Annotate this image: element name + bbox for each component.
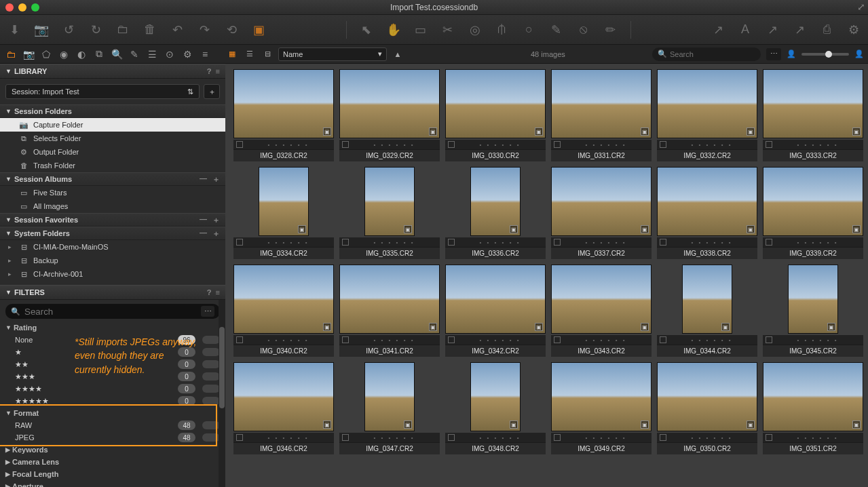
rating-3-row[interactable]: ★★★0 <box>5 370 220 383</box>
format-jpeg-row[interactable]: JPEG48 <box>5 431 220 444</box>
thumbnail-cell[interactable]: ▣• • • • • •IMG_0331.CR2 <box>551 69 652 161</box>
add-session-button[interactable]: ＋ <box>204 84 220 99</box>
thumbnail-image[interactable]: ▣ <box>763 69 863 138</box>
capture-tab-icon[interactable]: 📷 <box>22 47 35 61</box>
keywords-group[interactable]: ▶Keywords <box>5 444 220 456</box>
thumbnail-cell[interactable]: ▣• • • • • •IMG_0333.CR2 <box>763 69 863 161</box>
rating-dots[interactable]: • • • • • • <box>457 239 543 246</box>
thumbnail-checkbox[interactable] <box>448 434 455 441</box>
minus-icon[interactable]: — <box>200 229 207 239</box>
rating-dots[interactable]: • • • • • • <box>457 142 543 148</box>
filter-search[interactable]: 🔍 ⋯ <box>5 304 220 319</box>
loupe-tool-icon[interactable]: ▭ <box>413 22 428 37</box>
thumbnail-checkbox[interactable] <box>766 239 772 246</box>
thumbnail-checkbox[interactable] <box>448 239 455 246</box>
album-five-stars-row[interactable]: ▭Five Stars <box>0 186 225 199</box>
system-folder-row[interactable]: ▸⊟CI-Archive-001 <box>0 267 225 281</box>
thumbnail-cell[interactable]: ▣• • • • • •IMG_0343.CR2 <box>551 265 652 357</box>
plus-icon[interactable]: ＋ <box>212 229 220 239</box>
thumbnail-cell[interactable]: ▣• • • • • •IMG_0351.CR2 <box>763 362 863 454</box>
thumbnail-checkbox[interactable] <box>236 434 243 441</box>
thumbnail-image[interactable]: ▣ <box>233 69 334 138</box>
filmstrip-view-icon[interactable]: ⊟ <box>261 47 274 61</box>
thumbnail-image[interactable]: ▣ <box>551 69 652 138</box>
rating-5-row[interactable]: ★★★★★0 <box>5 395 220 407</box>
rating-dots[interactable]: • • • • • • <box>669 337 755 343</box>
thumbnail-checkbox[interactable] <box>660 239 666 246</box>
album-all-images-row[interactable]: ▭All Images <box>0 199 225 213</box>
thumbnail-cell[interactable]: ▣• • • • • •IMG_0341.CR2 <box>339 265 440 357</box>
thumbnail-cell[interactable]: ▣• • • • • •IMG_0337.CR2 <box>551 167 652 259</box>
rating-dots[interactable]: • • • • • • <box>669 142 755 148</box>
thumbnail-checkbox[interactable] <box>448 141 455 148</box>
exposure-tab-icon[interactable]: ◐ <box>75 47 88 61</box>
eraser-tool-icon[interactable]: ⦸ <box>576 22 591 37</box>
minus-icon[interactable]: — <box>200 174 207 184</box>
panel-menu-icon[interactable]: ≡ <box>216 288 220 296</box>
fullscreen-icon[interactable]: ⤢ <box>857 1 865 12</box>
batch-tab-icon[interactable]: ≡ <box>198 47 212 61</box>
browser-menu-icon[interactable]: ⋯ <box>766 48 781 60</box>
thumbnail-image[interactable]: ▣ <box>657 362 757 431</box>
rating-dots[interactable]: • • • • • • <box>563 239 649 246</box>
import-icon[interactable]: ⬇ <box>7 22 22 37</box>
adjust-tab-icon[interactable]: ✎ <box>128 47 141 61</box>
focal-length-group[interactable]: ▶Focal Length <box>5 468 220 480</box>
edit-with-icon[interactable]: ↗ <box>765 22 780 37</box>
plus-icon[interactable]: ＋ <box>212 215 220 225</box>
plus-icon[interactable]: ＋ <box>212 174 220 184</box>
rating-dots[interactable]: • • • • • • <box>352 239 437 246</box>
format-group[interactable]: ▼Format <box>5 407 220 419</box>
help-icon[interactable]: ? <box>207 288 212 296</box>
thumbnail-image[interactable]: ▣ <box>470 167 521 236</box>
gear-tab-icon[interactable]: ⚙ <box>181 47 194 61</box>
browser-search-input[interactable] <box>670 50 763 58</box>
rating-dots[interactable]: • • • • • • <box>775 337 861 343</box>
thumbnail-checkbox[interactable] <box>554 336 561 343</box>
rating-dots[interactable]: • • • • • • <box>246 337 331 343</box>
thumbnail-cell[interactable]: ▣• • • • • •IMG_0338.CR2 <box>657 167 757 259</box>
thumbnail-image[interactable]: ▣ <box>364 167 415 236</box>
thumbnail-image[interactable]: ▣ <box>259 167 309 236</box>
pan-tool-icon[interactable]: ✋ <box>386 22 401 37</box>
thumbnail-image[interactable]: ▣ <box>233 362 334 431</box>
picker-tool-icon[interactable]: ✏ <box>603 22 618 37</box>
thumbnail-cell[interactable]: ▣• • • • • •IMG_0345.CR2 <box>763 265 863 357</box>
thumbnail-image[interactable]: ▣ <box>339 69 440 138</box>
thumbnail-image[interactable]: ▣ <box>551 167 652 236</box>
lens-tab-icon[interactable]: ⬠ <box>39 47 53 61</box>
filters-scrollbar[interactable] <box>219 300 225 487</box>
rating-dots[interactable]: • • • • • • <box>246 239 331 246</box>
rating-dots[interactable]: • • • • • • <box>669 435 755 441</box>
thumbnail-cell[interactable]: ▣• • • • • •IMG_0349.CR2 <box>551 362 652 454</box>
thumbnail-cell[interactable]: ▣• • • • • •IMG_0330.CR2 <box>445 69 546 161</box>
thumbnail-image[interactable]: ▣ <box>339 265 440 334</box>
thumbnail-cell[interactable]: ▣• • • • • •IMG_0335.CR2 <box>339 167 440 259</box>
thumbnail-checkbox[interactable] <box>342 141 349 148</box>
text-icon[interactable]: A <box>738 22 753 37</box>
minus-icon[interactable]: — <box>200 215 207 225</box>
redo-icon[interactable]: ↷ <box>197 22 212 37</box>
details-tab-icon[interactable]: 🔍 <box>110 47 124 61</box>
process-icon[interactable]: ↗ <box>792 22 807 37</box>
rating-dots[interactable]: • • • • • • <box>246 142 331 148</box>
help-icon[interactable]: ? <box>207 67 212 75</box>
cursor-tool-icon[interactable]: ⬉ <box>359 22 374 37</box>
crop-tab-icon[interactable]: ⧉ <box>92 47 106 61</box>
thumbnail-cell[interactable]: ▣• • • • • •IMG_0336.CR2 <box>445 167 546 259</box>
close-button[interactable] <box>5 3 14 12</box>
trash-folder-row[interactable]: 🗑Trash Folder <box>0 159 225 172</box>
thumbnail-image[interactable]: ▣ <box>445 265 546 334</box>
scrollbar-thumb[interactable] <box>219 327 225 408</box>
thumbnail-image[interactable]: ▣ <box>682 265 732 334</box>
output-folder-row[interactable]: ⚙Output Folder <box>0 145 225 159</box>
aperture-group[interactable]: ▶Aperture <box>5 480 220 487</box>
settings-icon[interactable]: ⚙ <box>846 22 861 37</box>
library-tab-icon[interactable]: 🗀 <box>4 47 18 61</box>
thumbnail-image[interactable]: ▣ <box>470 362 521 431</box>
thumbnail-checkbox[interactable] <box>660 434 666 441</box>
color-tab-icon[interactable]: ◉ <box>57 47 71 61</box>
thumbnail-size-slider[interactable] <box>801 53 849 56</box>
rating-dots[interactable]: • • • • • • <box>457 337 543 343</box>
rating-dots[interactable]: • • • • • • <box>563 142 649 148</box>
